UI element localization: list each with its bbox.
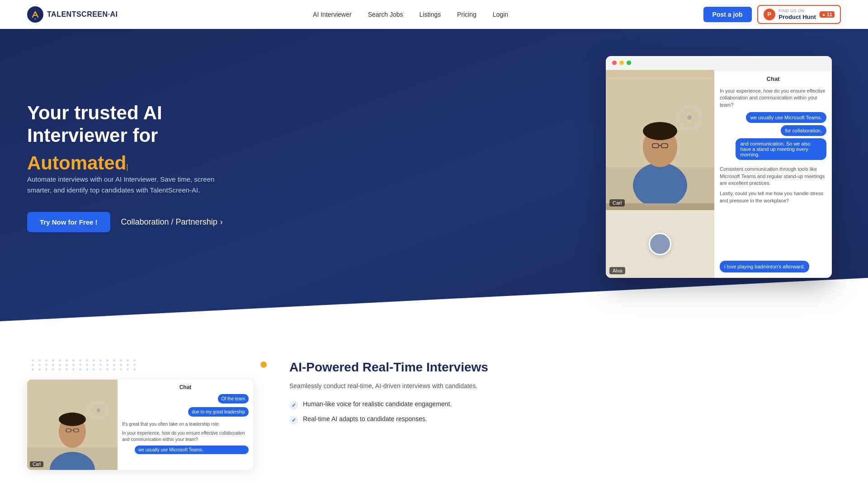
chat-header: Chat [720, 75, 826, 82]
svg-point-19 [59, 413, 86, 426]
post-job-button[interactable]: Post a job [703, 7, 752, 22]
hero-card-wrap: Carl Chat In your experience, how do you… [289, 56, 841, 278]
card-video2: Alva [606, 210, 714, 278]
lp-video: Carl [27, 380, 118, 470]
lp-bubble-1: Of the team [218, 394, 249, 404]
lp-chat: Chat Of the team due to my good leadersh… [118, 380, 253, 470]
feature-item-1: ✓ Human-like voice for realistic candida… [289, 400, 841, 410]
svg-point-21 [97, 408, 100, 412]
logo-text: TALENTSCREEN·AI [47, 10, 118, 19]
lp-bubble-3: we usually use Microsoft Teams. [135, 446, 249, 454]
collaboration-button[interactable]: Collaboration / Partnership › [121, 217, 223, 227]
chat-bubble-1: we usually use Microsoft Teams. [746, 112, 826, 123]
check-icon-1: ✓ [289, 401, 298, 410]
lp-question1: It's great that you often take on a lead… [122, 421, 249, 427]
logo-icon [27, 6, 43, 23]
lp-chat-header: Chat [122, 384, 249, 390]
lower-preview: Carl Chat Of the team due to my good lea… [27, 359, 253, 470]
chat-question2: Lastly, could you tell me how you handle… [720, 190, 826, 204]
navbar: TALENTSCREEN·AI AI Interviewer Search Jo… [0, 0, 868, 29]
svg-point-0 [27, 6, 43, 23]
alva-avatar [649, 233, 671, 255]
lp-bubble-2: due to my good leadership [188, 407, 249, 417]
nav-pricing[interactable]: Pricing [457, 11, 476, 18]
card-body: Carl Chat In your experience, how do you… [606, 70, 832, 210]
lower-description: Seamlessly conduct real-time, AI-driven … [289, 381, 841, 391]
nav-login[interactable]: Login [493, 11, 508, 18]
card-bottom: Alva I love playing badminton's afterwar… [606, 210, 832, 278]
try-now-button[interactable]: Try Now for Free ! [27, 212, 110, 232]
nav-search-jobs[interactable]: Search Jobs [368, 11, 403, 18]
svg-point-1 [34, 18, 36, 20]
dot-grid [32, 359, 253, 371]
hero-title-line2: Interviewer for [27, 125, 158, 146]
chat-bubbles: we usually use Microsoft Teams. for coll… [720, 112, 826, 162]
hero-description: Automate interviews with our AI Intervie… [27, 174, 217, 196]
chat-question1: In your experience, how do you ensure ef… [720, 88, 826, 108]
carl-label: Carl [609, 199, 625, 206]
product-hunt-logo: P [764, 9, 775, 20]
feature-text-1: Human-like voice for realistic candidate… [303, 400, 452, 408]
hero-actions: Try Now for Free ! Collaboration / Partn… [27, 212, 289, 232]
feature-item-2: ✓ Real-time AI adapts to candidate respo… [289, 415, 841, 425]
product-hunt-text: FIND US ON Product Hunt [779, 9, 816, 20]
nav-links: AI Interviewer Search Jobs Listings Pric… [313, 11, 508, 18]
hero-content: Your trusted AI Interviewer for Automate… [27, 102, 289, 233]
nav-ai-interviewer[interactable]: AI Interviewer [313, 11, 352, 18]
product-hunt-button[interactable]: P FIND US ON Product Hunt ▲ 11 [757, 5, 841, 24]
nav-listings[interactable]: Listings [420, 11, 441, 18]
card-chat2: I love playing badminton's afterward. [714, 210, 832, 278]
video-person [606, 70, 714, 210]
hero-section: Your trusted AI Interviewer for Automate… [0, 29, 868, 323]
lower-title: AI-Powered Real-Time Interviews [289, 359, 841, 375]
feature-text-2: Real-time AI adapts to candidate respons… [303, 415, 427, 422]
product-hunt-count: ▲ 11 [820, 11, 835, 18]
svg-point-11 [687, 115, 692, 120]
hero-cursor: | [126, 163, 128, 171]
interview-card: Carl Chat In your experience, how do you… [606, 56, 832, 278]
lp-video-inner [27, 380, 118, 470]
window-maximize-dot [627, 61, 631, 65]
lp-question2: In your experience, how do you ensure ef… [122, 430, 249, 443]
person-svg [606, 77, 714, 203]
accent-dot [260, 361, 267, 368]
collab-label: Collaboration / Partnership [121, 217, 217, 227]
chat-bubble-3: and communication. So we also have a sta… [736, 138, 826, 160]
card-titlebar [606, 56, 832, 70]
nav-actions: Post a job P FIND US ON Product Hunt ▲ 1… [703, 5, 841, 24]
svg-point-9 [643, 122, 677, 140]
lp-person-svg [27, 380, 118, 470]
card-video-panel: Carl [606, 70, 714, 210]
chat-ai-response: Consistent communication through tools l… [720, 166, 826, 187]
accent-dot-container: Carl Chat Of the team due to my good lea… [27, 380, 253, 470]
logo[interactable]: TALENTSCREEN·AI [27, 6, 118, 23]
lower-content: Carl Chat Of the team due to my good lea… [27, 359, 841, 470]
window-minimize-dot [619, 61, 624, 65]
collab-arrow-icon: › [220, 217, 223, 227]
lp-bubbles: Of the team due to my good leadership [122, 394, 249, 418]
lower-section: // dots rendered inline below [0, 323, 868, 488]
lower-text: AI-Powered Real-Time Interviews Seamless… [289, 359, 841, 430]
final-bubble: I love playing badminton's afterward. [720, 261, 809, 272]
alva-label: Alva [609, 267, 625, 274]
lower-preview-card: Carl Chat Of the team due to my good lea… [27, 380, 253, 470]
hero-title: Your trusted AI Interviewer for [27, 102, 289, 147]
check-icon-2: ✓ [289, 416, 298, 425]
chat-bubble-2: for collaboration, [781, 125, 826, 136]
hero-highlight: Automated [27, 152, 126, 174]
hero-title-line1: Your trusted AI [27, 102, 162, 123]
lp-carl-label: Carl [30, 461, 43, 467]
card-chat-panel: Chat In your experience, how do you ensu… [714, 70, 832, 210]
window-close-dot [612, 61, 617, 65]
hero-highlight-line: Automated| [27, 152, 289, 174]
